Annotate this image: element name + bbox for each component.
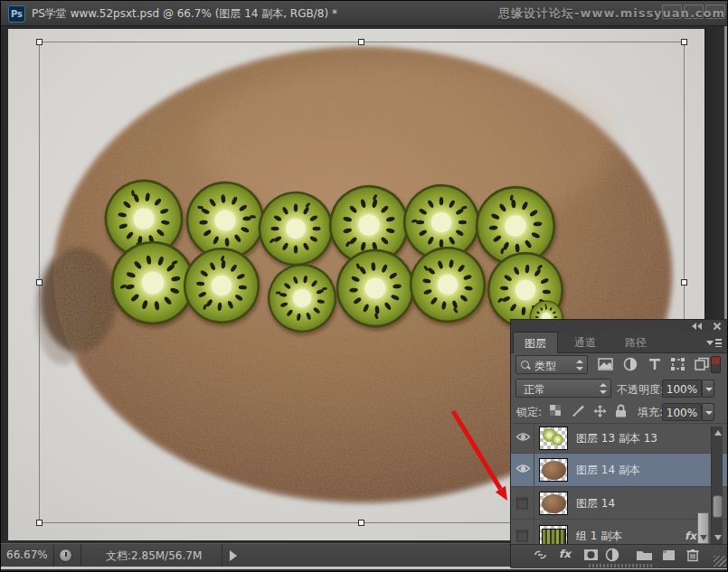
- updown-arrows-icon: [600, 383, 607, 394]
- status-options-arrow-icon[interactable]: [230, 550, 237, 561]
- layer-row-selected[interactable]: 图层 14 副本: [511, 454, 728, 487]
- filter-type-label: 类型: [534, 360, 556, 372]
- transform-handle-bottom-left[interactable]: [36, 520, 43, 526]
- layer-list: 图层 13 副本 13 图层 14 副本 图: [511, 424, 728, 544]
- group-thumbnail[interactable]: [539, 525, 568, 545]
- visibility-cell[interactable]: [511, 424, 534, 453]
- adjustment-layer-filter-icon[interactable]: [622, 357, 638, 371]
- shape-layer-filter-icon[interactable]: [670, 357, 686, 371]
- panel-bottom-bar: fx: [511, 544, 728, 568]
- opacity-label: 不透明度:: [617, 382, 664, 398]
- visibility-cell[interactable]: [511, 454, 534, 486]
- visibility-cell[interactable]: [511, 520, 534, 544]
- layer-thumbnail[interactable]: [539, 458, 568, 482]
- panel-resize-grip[interactable]: [714, 556, 726, 567]
- layer-row[interactable]: 组 1 副本 fx: [511, 520, 728, 544]
- layer-name[interactable]: 图层 13 副本 13: [576, 431, 657, 446]
- fill-field[interactable]: 100%: [662, 403, 702, 421]
- window-title: PS学堂 www.52psxt.psd @ 66.7% (图层 14 副本, R…: [32, 6, 337, 22]
- panel-drag-handle[interactable]: [589, 564, 652, 567]
- transform-handle-top-right[interactable]: [681, 39, 687, 45]
- scrollbar-thumb[interactable]: [713, 495, 723, 518]
- link-layers-icon[interactable]: [533, 548, 553, 563]
- inner-scrollbar-thumb[interactable]: [697, 512, 709, 544]
- panel-header-strip: [511, 320, 728, 332]
- status-divider: [80, 544, 81, 567]
- new-layer-icon[interactable]: [661, 548, 681, 563]
- blend-mode-row: 正常 不透明度: 100%: [511, 376, 728, 400]
- layer-list-scrollbar[interactable]: [711, 427, 723, 544]
- layer-name[interactable]: 图层 14 副本: [576, 463, 640, 478]
- lock-row: 锁定: 填充: 100%: [511, 400, 728, 424]
- layer-thumbnail[interactable]: [539, 427, 568, 450]
- tab-paths[interactable]: 路径: [614, 332, 657, 353]
- status-divider: [53, 544, 54, 567]
- opacity-field[interactable]: 100%: [662, 380, 702, 398]
- layer-name[interactable]: 组 1 副本: [576, 528, 622, 543]
- transform-handle-top-left[interactable]: [36, 39, 43, 45]
- visibility-cell[interactable]: [511, 487, 534, 519]
- layer-row[interactable]: 图层 13 副本 13: [511, 424, 728, 454]
- add-layer-style-fx-icon[interactable]: fx: [559, 548, 579, 563]
- blend-mode-value: 正常: [524, 383, 545, 396]
- scroll-down-icon[interactable]: [714, 535, 722, 540]
- transform-handle-middle-right[interactable]: [681, 279, 687, 286]
- new-group-folder-icon[interactable]: [636, 548, 656, 563]
- transform-handle-middle-left[interactable]: [36, 279, 43, 286]
- lock-label: 锁定:: [516, 405, 542, 420]
- zoom-level-field[interactable]: 66.67%: [6, 549, 48, 561]
- pixel-layer-filter-icon[interactable]: [598, 357, 614, 371]
- opacity-value: 100%: [667, 383, 697, 396]
- photoshop-window: Ps PS学堂 www.52psxt.psd @ 66.7% (图层 14 副本…: [0, 0, 728, 572]
- eye-icon[interactable]: [515, 432, 531, 445]
- updown-arrows-icon: [576, 360, 583, 370]
- layer-name[interactable]: 图层 14: [576, 495, 615, 511]
- layer-row[interactable]: 图层 14: [511, 487, 728, 520]
- new-adjustment-layer-icon[interactable]: [605, 548, 625, 563]
- document-size-label: 文档:2.85M/56.7M: [106, 549, 202, 564]
- status-divider: [222, 544, 222, 567]
- panel-menu-icon[interactable]: [706, 338, 721, 348]
- transform-handle-top-center[interactable]: [358, 39, 364, 45]
- fill-value: 100%: [667, 407, 697, 419]
- type-layer-filter-icon[interactable]: [647, 357, 663, 371]
- tab-layers[interactable]: 图层: [513, 332, 558, 353]
- lock-transparency-icon[interactable]: [549, 404, 564, 418]
- smart-object-filter-icon[interactable]: [694, 357, 710, 371]
- visibility-checkbox-empty[interactable]: [516, 530, 528, 541]
- fill-label: 填充:: [638, 405, 663, 420]
- layers-panel: 图层 通道 路径 类型: [510, 319, 728, 567]
- add-layer-mask-icon[interactable]: [583, 548, 603, 563]
- tab-channels[interactable]: 通道: [563, 332, 607, 353]
- blend-mode-dropdown[interactable]: 正常: [515, 379, 611, 398]
- transform-handle-bottom-center[interactable]: [358, 520, 364, 526]
- lock-pixels-brush-icon[interactable]: [571, 404, 586, 418]
- panel-tab-bar: 图层 通道 路径: [511, 332, 728, 353]
- layer-thumbnail[interactable]: [539, 492, 568, 515]
- title-bar[interactable]: Ps PS学堂 www.52psxt.psd @ 66.7% (图层 14 副本…: [1, 1, 728, 26]
- timing-icon[interactable]: [59, 549, 72, 562]
- layer-filter-row: 类型: [511, 353, 728, 376]
- delete-layer-trash-icon[interactable]: [685, 548, 705, 563]
- close-panel-icon[interactable]: [713, 322, 721, 330]
- opacity-dropdown-button[interactable]: [702, 380, 714, 398]
- lock-position-move-icon[interactable]: [592, 404, 608, 418]
- scroll-up-icon[interactable]: [714, 430, 722, 436]
- layer-style-fx-badge[interactable]: fx: [685, 530, 696, 542]
- eye-icon[interactable]: [515, 464, 531, 477]
- filter-type-dropdown[interactable]: 类型: [515, 355, 588, 374]
- lock-all-padlock-icon[interactable]: [614, 404, 629, 418]
- filter-toggle-switch[interactable]: [711, 356, 721, 373]
- visibility-checkbox-empty[interactable]: [516, 497, 528, 509]
- photoshop-app-icon: Ps: [8, 5, 25, 23]
- collapse-panel-icon[interactable]: [692, 323, 704, 330]
- fill-dropdown-button[interactable]: [702, 403, 714, 421]
- search-icon: [521, 361, 531, 370]
- watermark-text: 思缘设计论坛-www.missyuan.com: [498, 5, 725, 22]
